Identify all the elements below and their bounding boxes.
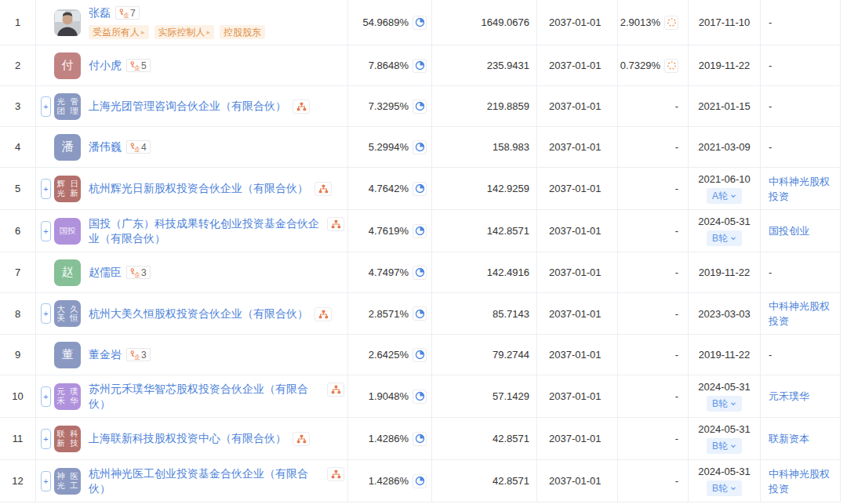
- name-line: 上海光团管理咨询合伙企业（有限合伙）: [89, 99, 344, 114]
- ratio-history-button[interactable]: [413, 59, 427, 73]
- ratio-history-button[interactable]: [413, 432, 427, 446]
- change-date-value: 2024-05-31: [698, 216, 751, 227]
- shareholder-name-link[interactable]: 国投（广东）科技成果转化创业投资基金合伙企业（有限合伙）: [89, 216, 321, 246]
- affiliated-fund-link[interactable]: 中科神光股权投资: [769, 299, 831, 328]
- expand-row-button[interactable]: +: [41, 303, 51, 324]
- ratio-history-button[interactable]: [413, 16, 427, 30]
- affiliated-fund-link[interactable]: 中科神光股权投资: [769, 174, 831, 204]
- shareholder-avatar[interactable]: 潘: [54, 134, 81, 161]
- pie-chart-icon: [415, 60, 425, 71]
- shareholder-name-link[interactable]: 上海光团管理咨询合伙企业（有限合伙）: [89, 99, 286, 114]
- ratio-history-button[interactable]: [413, 140, 427, 154]
- equity-structure-button[interactable]: [327, 383, 344, 397]
- expand-slot: +: [41, 429, 51, 449]
- shareholder-avatar[interactable]: 联新科技: [54, 426, 81, 452]
- subscribed-date-value: 2037-01-01: [537, 293, 618, 334]
- beneficiary-path-button[interactable]: [664, 16, 678, 30]
- beneficiary-path-button[interactable]: [664, 59, 678, 73]
- name-line: 上海联新科技股权投资中心（有限合伙）: [89, 431, 344, 446]
- shareholder-name-link[interactable]: 付小虎: [89, 58, 122, 73]
- shareholder-name-link[interactable]: 董金岩: [89, 347, 122, 362]
- ratio-history-button[interactable]: [413, 224, 427, 238]
- expand-row-button[interactable]: +: [41, 386, 51, 407]
- svg-text:企: 企: [123, 12, 129, 18]
- funding-round-tag[interactable]: B轮: [707, 396, 742, 412]
- shareholder-avatar[interactable]: 神光医工: [54, 468, 81, 495]
- shareholder-info: 赵儒臣企3: [89, 265, 347, 280]
- shareholder-avatar[interactable]: 辉光日新: [54, 176, 81, 202]
- expand-row-button[interactable]: +: [41, 96, 51, 117]
- shareholder-avatar[interactable]: 光团管理: [54, 93, 81, 120]
- shareholder-name-link[interactable]: 上海联新科技股权投资中心（有限合伙）: [89, 431, 286, 446]
- expand-row-button[interactable]: +: [41, 471, 51, 491]
- ratio-history-button[interactable]: [413, 390, 427, 404]
- ratio-history-button[interactable]: [413, 266, 427, 280]
- name-line: 杭州神光医工创业投资基金合伙企业（有限合伙）: [89, 466, 344, 496]
- expand-row-button[interactable]: +: [41, 179, 51, 199]
- funding-round-tag[interactable]: B轮: [707, 480, 742, 496]
- role-tag-label: 实际控制人: [158, 26, 205, 39]
- shareholder-name-link[interactable]: 潘伟巍: [89, 140, 122, 154]
- equity-structure-button[interactable]: [314, 307, 332, 321]
- shareholder-avatar[interactable]: 付: [54, 53, 81, 79]
- shareholding-ratio-cell: 54.9689%: [348, 0, 432, 45]
- company-relation-icon: 企: [130, 143, 140, 152]
- equity-structure-button[interactable]: [327, 467, 344, 481]
- equity-structure-button[interactable]: [314, 182, 332, 196]
- affiliated-fund-link[interactable]: 中科神光股权投资: [769, 466, 831, 496]
- change-date-value: 2021-03-09: [698, 141, 751, 153]
- affiliated-fund-link[interactable]: 元禾璞华: [769, 389, 809, 404]
- shareholder-cell: +元禾璞华苏州元禾璞华智芯股权投资合伙企业（有限合伙）: [36, 375, 348, 417]
- equity-structure-button[interactable]: [293, 432, 310, 446]
- subscribed-date-value: 2037-01-01: [537, 86, 618, 126]
- shareholder-avatar[interactable]: 国投: [54, 218, 81, 245]
- related-companies-badge[interactable]: 企4: [126, 140, 151, 154]
- name-line: 张磊企7: [89, 5, 344, 20]
- related-companies-badge[interactable]: 企3: [126, 348, 151, 361]
- shareholder-name-link[interactable]: 杭州神光医工创业投资基金合伙企业（有限合伙）: [89, 466, 321, 496]
- affiliated-fund-link[interactable]: 国投创业: [769, 223, 809, 238]
- funding-round-tag[interactable]: A轮: [707, 188, 742, 204]
- affiliated-fund-cell: 元禾璞华: [761, 375, 841, 417]
- related-companies-badge[interactable]: 企3: [126, 266, 151, 279]
- equity-structure-button[interactable]: [293, 100, 310, 114]
- shareholding-ratio-value: 2.6425%: [369, 349, 409, 361]
- shareholder-name-link[interactable]: 张磊: [89, 5, 111, 20]
- svg-text:企: 企: [134, 271, 140, 277]
- shareholder-avatar[interactable]: 董: [54, 342, 81, 368]
- change-date-cell: 2021-01-15: [689, 86, 761, 126]
- ratio-history-button[interactable]: [413, 474, 427, 488]
- funding-round-tag[interactable]: B轮: [707, 230, 742, 246]
- change-date-cell: 2019-11-22: [689, 335, 761, 375]
- expand-row-button[interactable]: +: [41, 221, 51, 241]
- ratio-history-button[interactable]: [413, 348, 427, 362]
- shareholder-name-link[interactable]: 赵儒臣: [89, 265, 122, 280]
- org-chart-icon: [318, 184, 329, 194]
- ratio-history-button[interactable]: [413, 182, 427, 196]
- beneficiary-ratio-cell: -: [618, 168, 689, 209]
- shareholder-avatar[interactable]: [54, 9, 81, 36]
- shareholder-avatar[interactable]: 大美久恒: [54, 300, 81, 327]
- name-line: 赵儒臣企3: [89, 265, 344, 280]
- expand-row-button[interactable]: +: [41, 429, 51, 449]
- affiliated-fund-link[interactable]: 联新资本: [769, 431, 809, 446]
- shareholding-ratio-cell: 1.4286%: [348, 460, 432, 502]
- related-companies-badge[interactable]: 企5: [126, 59, 151, 72]
- shareholder-name-link[interactable]: 杭州大美久恒股权投资合伙企业（有限合伙）: [89, 306, 308, 321]
- shareholder-avatar[interactable]: 元禾璞华: [54, 383, 81, 410]
- role-tag[interactable]: 受益所有人▸: [89, 25, 149, 39]
- shareholder-avatar[interactable]: 赵: [54, 259, 81, 286]
- shareholder-name-link[interactable]: 苏州元禾璞华智芯股权投资合伙企业（有限合伙）: [89, 382, 321, 412]
- beneficiary-ratio-value: 0.7329%: [620, 60, 660, 71]
- shareholding-ratio-value: 1.4286%: [369, 433, 409, 444]
- role-tag[interactable]: 实际控制人▸: [154, 25, 215, 39]
- ratio-history-button[interactable]: [413, 306, 427, 321]
- equity-structure-button[interactable]: [327, 217, 344, 231]
- funding-round-tag[interactable]: B轮: [707, 438, 742, 454]
- shareholding-ratio-value: 4.7619%: [369, 225, 409, 237]
- subscribed-capital-value: 85.7143: [432, 293, 537, 334]
- shareholder-name-link[interactable]: 杭州辉光日新股权投资合伙企业（有限合伙）: [89, 181, 308, 196]
- ratio-history-button[interactable]: [413, 100, 427, 114]
- change-date-value: 2024-05-31: [698, 381, 751, 393]
- related-companies-badge[interactable]: 企7: [115, 6, 140, 20]
